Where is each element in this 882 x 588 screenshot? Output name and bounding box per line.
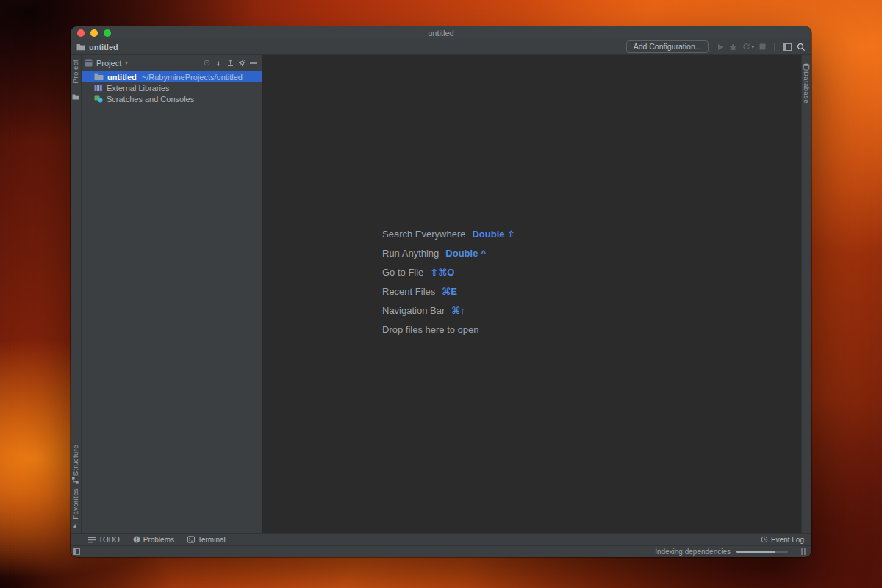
traffic-lights: [77, 29, 111, 37]
toolwindow-bar: TODOProblemsTerminal Event Log: [71, 533, 811, 545]
close-button[interactable]: [77, 29, 85, 37]
editor-hints: Search EverywhereDouble ⇧Run AnythingDou…: [382, 224, 515, 339]
tree-item-path: ~/RubymineProjects/untitled: [142, 73, 243, 82]
libraries-icon: [94, 84, 103, 92]
debug-button[interactable]: [729, 43, 737, 51]
hint-label: Navigation Bar: [382, 305, 445, 316]
hide-panel-icon[interactable]: [250, 62, 257, 65]
progress-fill: [736, 551, 775, 553]
project-panel-title[interactable]: Project: [96, 59, 121, 68]
editor-hint: Search EverywhereDouble ⇧: [382, 224, 515, 243]
todo-icon: [88, 537, 96, 543]
hint-shortcut: ⌘↑: [451, 305, 465, 316]
right-toolwindow-stripe: Database: [801, 55, 811, 533]
toolwindow-label: TODO: [98, 536, 120, 544]
main-area: Project Structure Favorites ★ Project ▾: [71, 55, 811, 533]
stop-button[interactable]: [759, 43, 766, 50]
toolwindow-label: Terminal: [198, 536, 226, 544]
hint-shortcut: Double ^: [445, 248, 486, 259]
layout-button[interactable]: [783, 43, 792, 51]
hint-label: Drop files here to open: [382, 324, 479, 335]
collapse-all-icon[interactable]: [226, 59, 234, 67]
chevron-down-icon: ▾: [751, 44, 754, 50]
hint-label: Search Everywhere: [382, 229, 465, 240]
search-everywhere-button[interactable]: [797, 43, 806, 51]
tree-item-untitled[interactable]: untitled~/RubymineProjects/untitled: [82, 71, 262, 82]
editor-hint: Navigation Bar⌘↑: [382, 301, 515, 320]
pause-icon[interactable]: [801, 548, 806, 555]
project-panel-header: Project ▾: [82, 55, 262, 71]
project-tree: untitled~/RubymineProjects/untitledExter…: [82, 71, 262, 104]
ide-window: untitled untitled Add Configuration... ▾…: [71, 26, 811, 557]
toolwindow-label: Problems: [143, 536, 174, 544]
scratches-icon: [94, 95, 103, 103]
bottombar-items: TODOProblemsTerminal: [88, 536, 226, 544]
folder-icon: [76, 43, 85, 51]
hint-shortcut: ⇧⌘O: [430, 267, 454, 278]
progress-bar: [736, 551, 788, 553]
toolwindow-toggle-icon[interactable]: [74, 548, 80, 555]
run-button[interactable]: [717, 43, 724, 51]
add-configuration-button[interactable]: Add Configuration...: [626, 40, 709, 53]
tree-item-external-libraries[interactable]: External Libraries: [82, 82, 262, 93]
run-with-coverage-button[interactable]: ▾: [742, 43, 754, 51]
window-title: untitled: [428, 29, 453, 37]
stripe-favorites-button[interactable]: Favorites: [71, 488, 79, 520]
zoom-button[interactable]: [104, 29, 111, 37]
folder-icon[interactable]: [72, 90, 79, 102]
tree-item-label: External Libraries: [107, 84, 170, 93]
toolwindow-button-todo[interactable]: TODO: [88, 536, 120, 544]
toolwindow-button-problems[interactable]: Problems: [133, 536, 174, 544]
locate-icon[interactable]: [203, 59, 211, 67]
main-toolbar: untitled Add Configuration... ▾: [71, 39, 811, 55]
hint-label: Run Anything: [382, 248, 439, 259]
editor-area[interactable]: Search EverywhereDouble ⇧Run AnythingDou…: [262, 55, 801, 533]
hint-label: Recent Files: [382, 286, 435, 297]
minimize-button[interactable]: [90, 29, 98, 37]
desktop-wallpaper: untitled untitled Add Configuration... ▾…: [0, 0, 882, 588]
event-log-label: Event Log: [771, 536, 804, 544]
star-icon[interactable]: ★: [72, 523, 78, 530]
chevron-down-icon[interactable]: ▾: [125, 60, 128, 66]
project-tab-icon: [85, 59, 93, 67]
titlebar[interactable]: untitled: [71, 26, 811, 39]
folder-icon: [94, 73, 104, 81]
problems-icon: [133, 536, 140, 543]
structure-icon[interactable]: [72, 474, 79, 486]
tree-item-label: Scratches and Consoles: [107, 95, 194, 104]
breadcrumb[interactable]: untitled: [76, 43, 118, 51]
left-toolwindow-stripe: Project Structure Favorites ★: [71, 55, 82, 533]
editor-hint: Drop files here to open: [382, 320, 515, 339]
hint-shortcut: ⌘E: [442, 286, 457, 297]
editor-hint: Run AnythingDouble ^: [382, 243, 515, 262]
hint-shortcut: Double ⇧: [472, 229, 515, 240]
stripe-project-button[interactable]: Project: [71, 60, 79, 83]
event-log-icon: [761, 536, 768, 543]
toolwindow-button-terminal[interactable]: Terminal: [187, 536, 226, 544]
expand-all-icon[interactable]: [215, 59, 223, 67]
stripe-structure-button[interactable]: Structure: [71, 445, 79, 476]
breadcrumb-label: untitled: [89, 43, 118, 51]
project-panel: Project ▾ untitled~/RubymineProjects/unt…: [82, 55, 262, 533]
event-log-button[interactable]: Event Log: [761, 536, 804, 544]
status-text: Indexing dependencies: [655, 548, 731, 556]
tree-item-scratches-and-consoles[interactable]: Scratches and Consoles: [82, 93, 262, 104]
settings-gear-icon[interactable]: [238, 59, 246, 67]
terminal-icon: [187, 536, 195, 543]
editor-hint: Recent Files⌘E: [382, 282, 515, 301]
tree-item-label: untitled: [107, 73, 137, 82]
stripe-database-button[interactable]: Database: [803, 71, 811, 104]
statusbar: Indexing dependencies: [71, 545, 811, 557]
toolbar-separator: [774, 43, 775, 51]
editor-hint: Go to File⇧⌘O: [382, 262, 515, 282]
hint-label: Go to File: [382, 267, 423, 278]
